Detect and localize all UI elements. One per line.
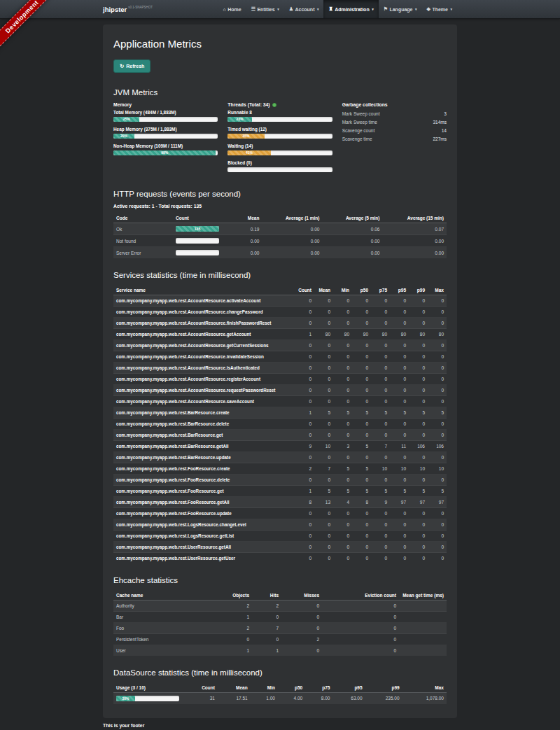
col-header-code: Code [113, 213, 173, 223]
jvm-threads-column: Threads (Total: 34) Runnable 8 23% Timed… [227, 102, 332, 177]
nav-item-language[interactable]: ⚑ Language ▾ [379, 0, 422, 18]
service-stat-row: com.mycompany.myapp.web.rest.FooResource… [113, 475, 447, 486]
col-header-max: Max [428, 285, 447, 295]
page-footer: This is your footer [103, 723, 457, 728]
refresh-icon: ↻ [120, 63, 124, 69]
service-stat-row: com.mycompany.myapp.web.rest.UserResourc… [113, 553, 447, 564]
service-stat-row: com.mycompany.myapp.web.rest.UserResourc… [113, 542, 447, 553]
memory-heading: Memory [113, 102, 218, 107]
datasource-stats-section: DataSource statistics (time in milliseco… [113, 668, 447, 704]
services-header-row: Service name Count Mean Min p50 p75 p95 … [113, 285, 447, 295]
page-title: Application Metrics [113, 38, 447, 50]
chevron-down-icon: ▾ [450, 7, 452, 11]
ehcache-heading: Ehcache statistics [113, 576, 447, 584]
col-header-eviction-count: Eviction count [322, 590, 399, 601]
entities-list-icon: ☰ [251, 6, 255, 12]
gc-heading: Garbage collections [342, 102, 447, 107]
ehcache-row: Authority 2 2 0 0 [113, 601, 447, 612]
gc-row: Mark Sweep count3 [342, 109, 447, 118]
nav-label-account: Account [295, 7, 314, 12]
refresh-label: Refresh [126, 64, 144, 69]
col-header-mean: Mean [314, 285, 333, 295]
http-count-progressbar [176, 238, 219, 244]
nav-label-language: Language [389, 7, 412, 12]
datasource-header-row: Usage (3 / 10) Count Mean Min p50 p75 p9… [113, 682, 447, 693]
runnable-label: Runnable 8 [227, 110, 332, 115]
nav-item-home[interactable]: ⌂ Home [218, 0, 246, 18]
service-stat-row: com.mycompany.myapp.web.rest.AccountReso… [113, 295, 447, 307]
waiting-progressbar: 41% [227, 150, 332, 156]
heap-memory-progressbar: 20% [113, 134, 218, 139]
ehcache-row: PersistentToken 0 0 2 0 [113, 634, 447, 645]
col-header-service-name: Service name [113, 285, 295, 295]
ehcache-row: User 1 1 0 0 [113, 645, 447, 657]
refresh-button[interactable]: ↻ Refresh [113, 59, 150, 73]
jvm-metrics-section: JVM Metrics Memory Total Memory (484M / … [113, 88, 447, 177]
home-icon: ⌂ [223, 7, 225, 12]
col-header-p75: p75 [305, 682, 332, 693]
chevron-down-icon: ▾ [372, 7, 374, 11]
col-header-mean-get-time: Mean get time (ms) [399, 590, 447, 601]
chevron-down-icon: ▾ [277, 7, 279, 11]
main-panel: Application Metrics ↻ Refresh JVM Metric… [103, 24, 457, 718]
service-stat-row: com.mycompany.myapp.web.rest.AccountReso… [113, 351, 447, 363]
http-count-progressbar [176, 250, 219, 255]
service-stat-row: com.mycompany.myapp.web.rest.AccountReso… [113, 385, 447, 396]
brand-name: jhipster [103, 6, 127, 13]
waiting-label: Waiting (14) [227, 143, 332, 148]
nav-item-account[interactable]: ♟ Account ▾ [284, 0, 324, 18]
gc-row: Scavenge count14 [342, 126, 447, 134]
jvm-memory-column: Memory Total Memory (484M / 1,883M) 25% … [113, 102, 218, 177]
service-stat-row: com.mycompany.myapp.web.rest.LogsResourc… [113, 519, 447, 531]
http-summary: Active requests: 1 - Total requests: 135 [113, 204, 447, 209]
ehcache-stats-table: Cache name Objects Hits Misses Eviction … [113, 590, 447, 656]
service-stat-row: com.mycompany.myapp.web.rest.AccountReso… [113, 329, 447, 340]
threads-info-icon[interactable] [272, 103, 276, 107]
nav-item-administration[interactable]: ♜ Administration ▾ [323, 0, 378, 18]
col-header-mean: Mean [236, 213, 262, 223]
col-header-p50: p50 [278, 682, 305, 693]
nav-item-theme[interactable]: ◈ Theme ▾ [422, 0, 457, 18]
http-count-progressbar: 135 [176, 226, 219, 232]
http-requests-table: Code Count Mean Average (1 min) Average … [113, 213, 447, 258]
nav-item-entities[interactable]: ☰ Entities ▾ [246, 0, 284, 18]
col-header-usage: Usage (3 / 10) [113, 682, 182, 693]
brand-link[interactable]: jhipsterv0.1-SNAPSHOT [103, 6, 153, 13]
ehcache-row: Foo 2 7 0 0 [113, 623, 447, 634]
nav-label-entities: Entities [257, 7, 274, 12]
service-stat-row: com.mycompany.myapp.web.rest.LogsResourc… [113, 531, 447, 542]
total-memory-label: Total Memory (484M / 1,883M) [113, 110, 218, 115]
col-header-p99: p99 [409, 285, 428, 295]
col-header-objects: Objects [218, 590, 252, 601]
service-stat-row: com.mycompany.myapp.web.rest.BarResource… [113, 430, 447, 441]
service-stat-row: com.mycompany.myapp.web.rest.BarResource… [113, 452, 447, 463]
http-row: Not found 0.00 0.00 0.00 0.00 [113, 235, 447, 247]
col-header-p99: p99 [365, 682, 402, 693]
jvm-heading: JVM Metrics [113, 88, 447, 97]
blocked-label: Blocked (0) [227, 160, 332, 165]
col-header-count: Count [182, 682, 218, 693]
timed-waiting-label: Timed waiting (12) [227, 127, 332, 132]
heap-memory-label: Heap Memory (375M / 1,883M) [113, 127, 218, 132]
jvm-gc-column: Garbage collections Mark Sweep count3 Ma… [342, 102, 447, 177]
gc-row: Mark Sweep time314ms [342, 118, 447, 126]
services-stats-section: Services statistics (time in millisecond… [113, 271, 447, 563]
service-stat-row: com.mycompany.myapp.web.rest.FooResource… [113, 508, 447, 519]
nonheap-memory-label: Non-Heap Memory (109M / 111M) [113, 143, 218, 148]
datasource-stats-table: Usage (3 / 10) Count Mean Min p50 p75 p9… [113, 682, 447, 704]
nonheap-memory-progressbar: 98% [113, 150, 218, 156]
col-header-count: Count [173, 213, 236, 223]
nav-label-administration: Administration [335, 7, 369, 12]
http-requests-section: HTTP requests (events per second) Active… [113, 190, 447, 258]
datasource-usage-progressbar: 30% [116, 696, 179, 701]
gc-row: Scavenge time227ms [342, 134, 447, 143]
services-heading: Services statistics (time in millisecond… [113, 271, 447, 279]
service-stat-row: com.mycompany.myapp.web.rest.AccountReso… [113, 374, 447, 385]
navbar: jhipsterv0.1-SNAPSHOT ⌂ Home ☰ Entities … [0, 0, 560, 19]
col-header-misses: Misses [281, 590, 322, 601]
col-header-avg1: Average (1 min) [262, 213, 322, 223]
ehcache-stats-section: Ehcache statistics Cache name Objects Hi… [113, 576, 447, 656]
nav-label-home: Home [227, 7, 241, 12]
col-header-avg15: Average (15 min) [382, 213, 447, 223]
http-row: Ok 135 0.19 0.00 0.06 0.07 [113, 223, 447, 235]
